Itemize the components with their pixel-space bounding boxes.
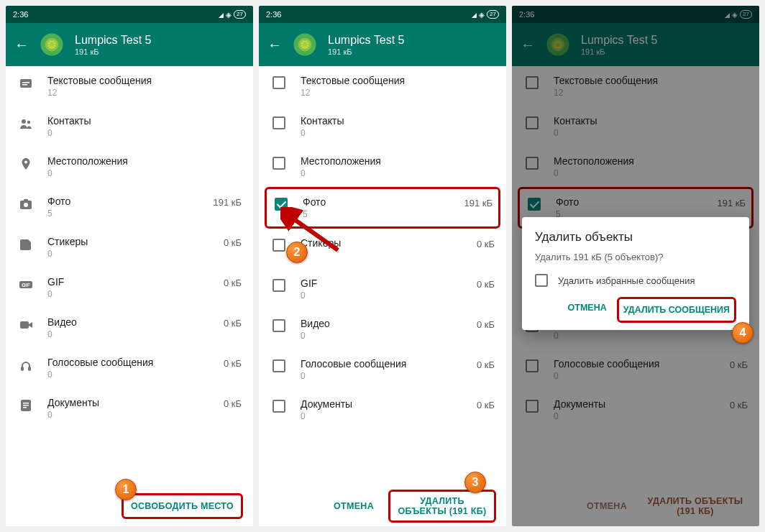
phone-screen-1: 2:36 ◈ 27 ← Lumpics Test 5 191 кБ Тексто… bbox=[6, 6, 253, 526]
wifi-icon: ◈ bbox=[226, 11, 232, 19]
row-count: 12 bbox=[47, 88, 242, 98]
avatar[interactable] bbox=[39, 32, 65, 58]
free-space-button[interactable]: ОСВОБОДИТЬ МЕСТО bbox=[122, 493, 243, 519]
row-count: 0 bbox=[47, 168, 242, 178]
dialog-text: Удалить 191 кБ (5 объектов)? bbox=[535, 252, 736, 262]
row-size: 191 кБ bbox=[464, 196, 493, 208]
row-checkbox[interactable] bbox=[270, 115, 288, 129]
row-label: GIF bbox=[47, 276, 211, 288]
chat-title: Lumpics Test 5 bbox=[75, 34, 151, 47]
avatar[interactable] bbox=[292, 32, 318, 58]
row-checkbox[interactable] bbox=[270, 278, 288, 292]
row-count: 0 bbox=[47, 128, 242, 138]
row-label: Фото bbox=[303, 196, 451, 208]
dialog-option-label: Удалить избранные сообщения bbox=[558, 275, 695, 286]
row-count: 0 bbox=[47, 249, 211, 259]
row-label: Текстовые сообщения bbox=[47, 75, 242, 86]
step-badge-4: 4 bbox=[732, 322, 753, 344]
status-icons: ◈ 27 bbox=[472, 10, 499, 19]
dialog-checkbox[interactable] bbox=[535, 274, 548, 287]
row-size: 0 кБ bbox=[477, 237, 495, 249]
storage-row-2[interactable]: Местоположения0 bbox=[259, 147, 506, 187]
row-main: Местоположения0 bbox=[47, 155, 242, 178]
app-bar: ← Lumpics Test 5 191 кБ bbox=[6, 23, 253, 66]
back-icon[interactable]: ← bbox=[267, 37, 282, 53]
storage-row-3: Фото5191 кБ bbox=[6, 187, 253, 227]
sticker-icon bbox=[17, 236, 35, 252]
dialog-option-row[interactable]: Удалить избранные сообщения bbox=[535, 274, 736, 287]
row-size: 0 кБ bbox=[224, 357, 242, 369]
cancel-button[interactable]: ОТМЕНА bbox=[334, 501, 374, 511]
row-label: Фото bbox=[47, 196, 200, 207]
row-size: 0 кБ bbox=[477, 398, 495, 411]
app-bar: ← Lumpics Test 5 191 кБ bbox=[259, 23, 506, 66]
row-label: Видео bbox=[47, 316, 211, 328]
video-icon bbox=[17, 316, 35, 332]
storage-row-4: Стикеры00 кБ bbox=[6, 227, 253, 267]
gif-icon bbox=[17, 276, 35, 292]
storage-row-5: GIF00 кБ bbox=[6, 267, 253, 308]
status-bar: 2:36 ◈ 27 bbox=[259, 6, 506, 23]
row-count: 5 bbox=[47, 208, 200, 219]
row-label: Текстовые сообщения bbox=[301, 75, 495, 86]
row-main: Видео0 bbox=[47, 316, 211, 339]
row-label: Документы bbox=[301, 398, 464, 410]
row-count: 0 bbox=[47, 329, 211, 339]
row-size: 0 кБ bbox=[224, 397, 242, 409]
row-size: 0 кБ bbox=[224, 276, 242, 288]
row-count: 0 bbox=[301, 128, 495, 138]
dialog-confirm-button[interactable]: УДАЛИТЬ СООБЩЕНИЯ bbox=[617, 297, 736, 323]
delete-objects-button[interactable]: УДАЛИТЬ ОБЪЕКТЫ (191 КБ) bbox=[388, 490, 496, 523]
row-checkbox[interactable] bbox=[270, 318, 288, 332]
back-icon[interactable]: ← bbox=[14, 37, 29, 53]
row-main: Контакты0 bbox=[47, 115, 242, 138]
row-checkbox[interactable] bbox=[270, 358, 288, 372]
doc-icon bbox=[17, 397, 35, 413]
footer-bar: ОТМЕНА УДАЛИТЬ ОБЪЕКТЫ (191 КБ) bbox=[259, 486, 506, 526]
row-main: Документы0 bbox=[301, 398, 464, 421]
row-count: 0 bbox=[301, 290, 464, 301]
text-icon bbox=[17, 75, 35, 91]
chat-subtitle: 191 кБ bbox=[75, 47, 151, 56]
row-size: 0 кБ bbox=[477, 358, 495, 370]
photo-icon bbox=[17, 196, 35, 211]
row-main: Текстовые сообщения12 bbox=[47, 75, 242, 98]
status-bar: 2:36 ◈ 27 bbox=[6, 6, 253, 23]
row-size: 0 кБ bbox=[477, 318, 495, 330]
row-main: Фото5 bbox=[47, 196, 200, 219]
row-label: Контакты bbox=[47, 115, 242, 127]
row-checkbox[interactable] bbox=[270, 398, 288, 413]
storage-row-8: Документы00 кБ bbox=[6, 388, 253, 428]
row-label: Голосовые сообщения bbox=[301, 358, 464, 370]
row-size: 0 кБ bbox=[477, 278, 495, 290]
storage-row-6[interactable]: Видео00 кБ bbox=[259, 309, 506, 349]
storage-row-1[interactable]: Контакты0 bbox=[259, 106, 506, 147]
storage-row-0: Текстовые сообщения12 bbox=[6, 66, 253, 106]
row-count: 0 bbox=[301, 411, 464, 421]
storage-row-2: Местоположения0 bbox=[6, 147, 253, 187]
row-main: Контакты0 bbox=[301, 115, 495, 138]
row-size: 191 кБ bbox=[213, 196, 242, 208]
row-checkbox[interactable] bbox=[270, 155, 288, 170]
status-time: 2:36 bbox=[13, 10, 28, 19]
row-label: Документы bbox=[47, 397, 211, 408]
row-main: Видео0 bbox=[301, 318, 464, 341]
status-time: 2:36 bbox=[266, 10, 281, 19]
storage-row-7[interactable]: Голосовые сообщения00 кБ bbox=[259, 349, 506, 390]
storage-list: Текстовые сообщения12Контакты0Местополож… bbox=[6, 66, 253, 428]
row-main: Текстовые сообщения12 bbox=[301, 75, 495, 98]
dialog-cancel-button[interactable]: ОТМЕНА bbox=[564, 297, 611, 323]
audio-icon bbox=[17, 357, 35, 372]
row-main: GIF0 bbox=[301, 278, 464, 301]
status-icons: ◈ 27 bbox=[219, 10, 246, 19]
storage-row-8[interactable]: Документы00 кБ bbox=[259, 390, 506, 430]
storage-row-5[interactable]: GIF00 кБ bbox=[259, 269, 506, 309]
title-block: Lumpics Test 5 191 кБ bbox=[75, 34, 151, 56]
row-checkbox[interactable] bbox=[270, 75, 288, 89]
row-count: 0 bbox=[301, 331, 464, 341]
storage-row-7: Голосовые сообщения00 кБ bbox=[6, 348, 253, 388]
row-count: 0 bbox=[301, 371, 464, 381]
dialog-actions: ОТМЕНА УДАЛИТЬ СООБЩЕНИЯ bbox=[535, 297, 736, 323]
row-main: GIF0 bbox=[47, 276, 211, 299]
storage-row-0[interactable]: Текстовые сообщения12 bbox=[259, 66, 506, 106]
